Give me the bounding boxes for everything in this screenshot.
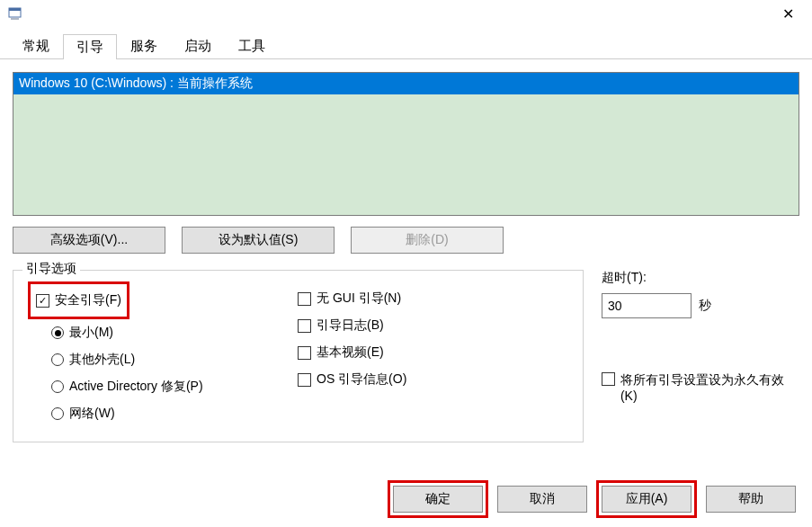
svg-rect-1 xyxy=(9,8,21,11)
boot-options-group: 引导选项 安全引导(F) 最小(M) 其他外壳(L) Active Direct… xyxy=(13,270,584,442)
nogui-checkbox[interactable] xyxy=(298,292,311,306)
svg-rect-2 xyxy=(11,18,19,20)
network-label: 网络(W) xyxy=(69,406,115,422)
permanent-label: 将所有引导设置设为永久有效(K) xyxy=(620,372,799,403)
network-radio[interactable] xyxy=(51,407,64,420)
basevideo-label: 基本视频(E) xyxy=(317,344,384,361)
altshell-label: 其他外壳(L) xyxy=(69,352,135,368)
tab-services[interactable]: 服务 xyxy=(117,33,171,58)
timeout-input[interactable] xyxy=(602,293,692,318)
minimal-label: 最小(M) xyxy=(69,325,113,341)
advanced-options-button[interactable]: 高级选项(V)... xyxy=(13,227,165,254)
tab-general[interactable]: 常规 xyxy=(9,33,63,58)
tab-tools[interactable]: 工具 xyxy=(225,33,279,58)
ad-repair-radio[interactable] xyxy=(51,380,64,393)
tab-startup[interactable]: 启动 xyxy=(171,33,225,58)
boot-list[interactable]: Windows 10 (C:\Windows) : 当前操作系统 xyxy=(13,72,799,216)
safe-boot-label: 安全引导(F) xyxy=(55,292,121,308)
permanent-checkbox[interactable] xyxy=(602,372,615,386)
nogui-label: 无 GUI 引导(N) xyxy=(317,290,401,307)
basevideo-checkbox[interactable] xyxy=(298,346,311,360)
osinfo-checkbox[interactable] xyxy=(298,373,311,387)
ok-button[interactable]: 确定 xyxy=(393,486,483,513)
apply-button[interactable]: 应用(A) xyxy=(602,486,692,513)
ad-repair-label: Active Directory 修复(P) xyxy=(69,379,203,395)
timeout-unit: 秒 xyxy=(699,298,711,314)
tab-bar: 常规 引导 服务 启动 工具 xyxy=(0,34,812,59)
boot-entry[interactable]: Windows 10 (C:\Windows) : 当前操作系统 xyxy=(13,73,799,94)
cancel-button[interactable]: 取消 xyxy=(497,486,587,513)
bootlog-label: 引导日志(B) xyxy=(317,317,384,334)
altshell-radio[interactable] xyxy=(51,353,64,366)
osinfo-label: OS 引导信息(O) xyxy=(317,371,406,388)
help-button[interactable]: 帮助 xyxy=(706,486,796,513)
delete-button: 删除(D) xyxy=(351,227,504,254)
bootlog-checkbox[interactable] xyxy=(298,319,311,333)
timeout-label: 超时(T): xyxy=(602,270,799,286)
close-icon[interactable]: ✕ xyxy=(772,5,805,22)
group-label: 引导选项 xyxy=(22,261,80,277)
safe-boot-checkbox[interactable] xyxy=(36,294,49,308)
set-default-button[interactable]: 设为默认值(S) xyxy=(182,227,335,254)
msconfig-icon xyxy=(7,5,23,22)
minimal-radio[interactable] xyxy=(51,326,64,339)
tab-boot[interactable]: 引导 xyxy=(63,34,117,59)
